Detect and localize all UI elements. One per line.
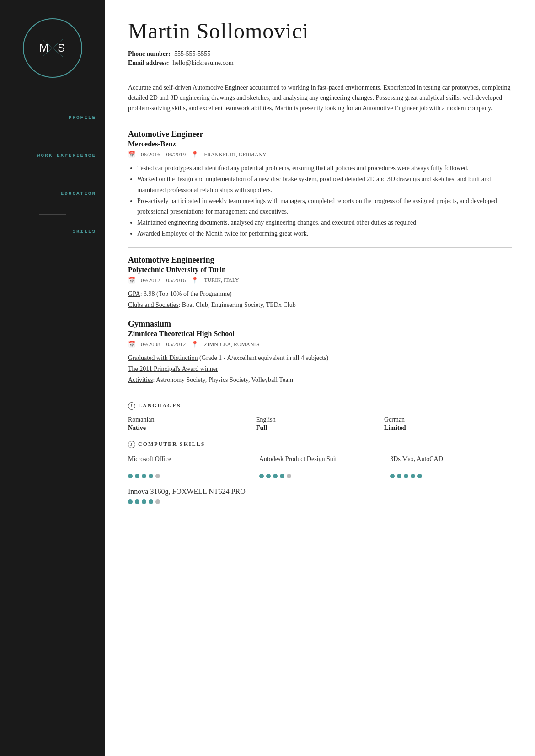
languages-title: i LANGUAGES [128, 402, 512, 410]
lang-name-0: Romanian [128, 416, 256, 424]
edu-dates-1: 09/2008 – 05/2012 [141, 341, 186, 348]
pin-icon: 📍 [191, 151, 198, 158]
bullet-0-0: Tested car prototypes and identified any… [137, 163, 512, 174]
calendar-icon-edu1: 📅 [128, 341, 135, 348]
dot [397, 474, 401, 478]
dot [259, 474, 264, 478]
sidebar-section-work: WORK EXPERIENCE [0, 148, 105, 167]
edu-meta-0: 📅 09/2012 – 05/2016 📍 TURIN, ITALY [128, 277, 512, 284]
dot [417, 474, 422, 478]
skills-section: i LANGUAGES Romanian Native English Full… [128, 402, 512, 504]
calendar-icon-edu0: 📅 [128, 277, 135, 284]
sidebar-divider-2 [39, 139, 66, 139]
dot [390, 474, 395, 478]
dot [149, 499, 153, 504]
edu-detail-text-1-2: : Astronomy Society, Physics Society, Vo… [153, 376, 293, 383]
sidebar-section-skills: SKILLS [0, 224, 105, 243]
job-dates-0: 06/2016 – 06/2019 [141, 151, 186, 158]
edu-details-0: GPA: 3.98 (Top 10% of the Programme) Clu… [128, 289, 512, 311]
edu-degree-0: Automotive Engineering [128, 255, 512, 265]
phone-row: Phone number: 555-555-5555 [128, 50, 512, 58]
bullet-0-4: Awarded Employee of the Month twice for … [137, 228, 512, 239]
sidebar-divider-1 [39, 101, 66, 101]
other-skill-dots-0 [128, 499, 512, 504]
edu-detail-label-1-2: Activities [128, 376, 153, 383]
edu-entry-1: Gymnasium Zimnicea Theoretical High Scho… [128, 319, 512, 385]
other-skills-row: Innova 3160g, FOXWELL NT624 PRO [128, 487, 512, 504]
edu-detail-text-0-0: : 3.98 (Top 10% of the Programme) [140, 290, 232, 297]
job-location-0: FRANKFURT, GERMANY [204, 151, 266, 158]
email-label: Email address: [128, 59, 169, 67]
dot [142, 499, 146, 504]
edu-degree-1: Gymnasium [128, 319, 512, 329]
cskill-0: Microsoft Office [128, 455, 250, 482]
edu-detail-label-0-1: Clubs and Societies [128, 301, 178, 308]
dot [155, 499, 160, 504]
phone-value: 555-555-5555 [174, 50, 210, 58]
edu-detail-text-1-0: (Grade 1 - A/excellent equivalent in all… [198, 354, 328, 361]
dot [266, 474, 271, 478]
cskill-dots-1 [259, 474, 381, 478]
profile-text: Accurate and self-driven Automotive Engi… [128, 83, 512, 113]
education-section: Automotive Engineering Polytechnic Unive… [128, 255, 512, 386]
dot [135, 474, 139, 478]
dot [128, 499, 133, 504]
bullet-0-3: Maintained engineering documents, analys… [137, 217, 512, 228]
sidebar-divider-4 [39, 214, 66, 215]
edu-detail-label-1-1: The 2011 Principal's Award winner [128, 365, 218, 372]
job-meta-0: 📅 06/2016 – 06/2019 📍 FRANKFURT, GERMANY [128, 151, 512, 158]
lang-0: Romanian Native [128, 416, 256, 432]
edu-meta-1: 📅 09/2008 – 05/2012 📍 ZIMNICEA, ROMANIA [128, 341, 512, 348]
calendar-icon: 📅 [128, 151, 135, 158]
lang-level-0: Native [128, 424, 256, 432]
work-experience-section: Automotive Engineer Mercedes-Benz 📅 06/2… [128, 129, 512, 239]
cskill-name-2: 3Ds Max, AutoCAD [390, 455, 512, 471]
bullet-0-2: Pro-actively participated in weekly team… [137, 196, 512, 218]
info-icon-computer: i [128, 441, 135, 448]
dot [142, 474, 146, 478]
dot [155, 474, 160, 478]
dot [149, 474, 153, 478]
dot [280, 474, 284, 478]
sidebar-divider-3 [39, 177, 66, 177]
languages-label: LANGUAGES [138, 402, 181, 409]
languages-grid: Romanian Native English Full German Limi… [128, 416, 512, 432]
dot [135, 499, 139, 504]
lang-name-1: English [256, 416, 384, 424]
divider-profile [128, 75, 512, 75]
bullet-0-1: Worked on the design and implementation … [137, 174, 512, 196]
lang-2: German Limited [384, 416, 512, 432]
lang-level-1: Full [256, 424, 384, 432]
other-skill-name-0: Innova 3160g, FOXWELL NT624 PRO [128, 487, 512, 497]
resume-name: Martin Sollomovici [128, 18, 512, 43]
computer-skills-grid: Microsoft Office Autodesk Product Design… [128, 455, 512, 482]
cskill-1: Autodesk Product Design Suit [259, 455, 381, 482]
pin-icon-edu0: 📍 [191, 277, 198, 284]
pin-icon-edu1: 📍 [191, 341, 198, 348]
job-company-0: Mercedes-Benz [128, 140, 512, 148]
dot [128, 474, 133, 478]
edu-detail-text-0-1: : Boat Club, Engineering Society, TEDx C… [178, 301, 295, 308]
sidebar-label-education: EDUCATION [61, 191, 96, 196]
cskill-name-1: Autodesk Product Design Suit [259, 455, 381, 471]
edu-entry-0: Automotive Engineering Polytechnic Unive… [128, 255, 512, 311]
lang-1: English Full [256, 416, 384, 432]
computer-skills-title: i COMPUTER SKILLS [128, 441, 512, 448]
job-bullets-0: Tested car prototypes and identified any… [128, 163, 512, 239]
job-entry-0: Automotive Engineer Mercedes-Benz 📅 06/2… [128, 129, 512, 239]
computer-skills-label: COMPUTER SKILLS [138, 441, 205, 448]
cskill-dots-0 [128, 474, 250, 478]
job-title-0: Automotive Engineer [128, 129, 512, 139]
cskill-dots-2 [390, 474, 512, 478]
sidebar-section-profile: PROFILE [0, 110, 105, 129]
sidebar-section-education: EDUCATION [0, 186, 105, 205]
edu-dates-0: 09/2012 – 05/2016 [141, 277, 186, 284]
email-value: hello@kickresume.com [173, 59, 234, 67]
edu-location-1: ZIMNICEA, ROMANIA [204, 341, 260, 348]
dot [404, 474, 408, 478]
lang-name-2: German [384, 416, 512, 424]
edu-school-0: Polytechnic University of Turin [128, 266, 512, 274]
cskill-name-0: Microsoft Office [128, 455, 250, 471]
avatar: M S [23, 18, 82, 78]
edu-location-0: TURIN, ITALY [204, 277, 239, 284]
